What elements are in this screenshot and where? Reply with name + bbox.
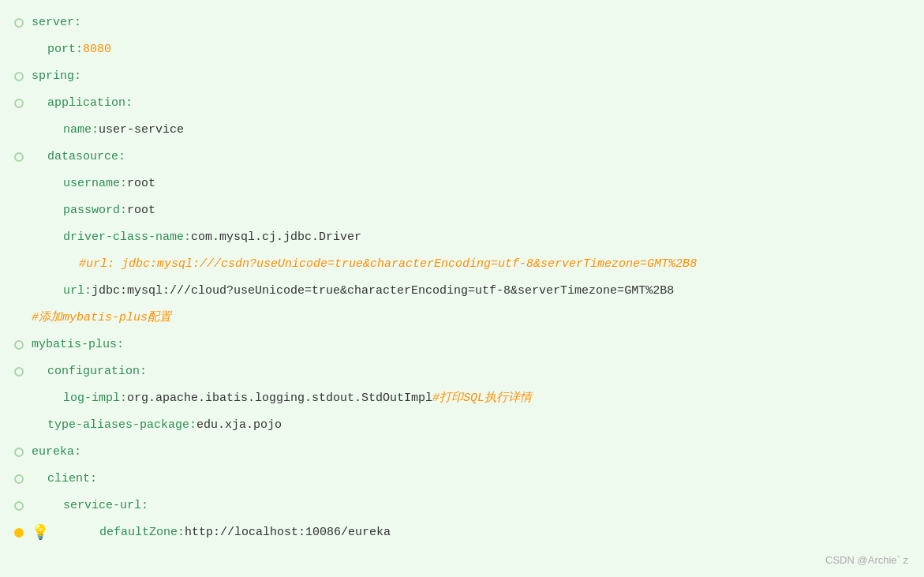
code-token: edu.xja.pojo [196,412,282,439]
bulb-icon: 💡 [32,519,49,546]
code-line: server: [32,9,908,36]
code-token: service-url: [63,493,148,519]
gutter-dot [14,72,24,81]
code-token: application: [47,90,133,117]
code-line: client: [32,466,908,493]
code-line: service-url: [32,493,908,519]
code-line: log-impl: org.apache.ibatis.logging.stdo… [32,385,908,412]
code-line: name: user-service [32,117,908,144]
code-token: eureka: [32,439,81,466]
watermark: CSDN @Archie` z [825,554,908,566]
code-token: org.apache.ibatis.logging.stdout.StdOutI… [127,385,432,412]
code-token: 8080 [83,36,111,63]
code-token: type-aliases-package: [47,412,196,439]
code-token: root [127,170,155,197]
gutter-dot [14,474,24,484]
code-line: spring: [32,63,908,90]
code-line: #url: jdbc:mysql:///csdn?useUnicode=true… [32,251,908,278]
gutter-dot [14,367,24,377]
code-token: driver-class-name: [63,224,191,251]
code-token: jdbc:mysql:///cloud?useUnicode=true&char… [92,278,674,305]
code-token: #打印SQL执行详情 [432,385,532,412]
code-token: root [127,197,155,224]
gutter-dot [14,340,24,350]
code-line: configuration: [32,358,908,385]
code-token: http://localhost:10086/eureka [185,519,391,546]
code-token: password: [63,197,127,224]
code-line: driver-class-name: com.mysql.cj.jdbc.Dri… [32,224,908,251]
code-line: url: jdbc:mysql:///cloud?useUnicode=true… [32,278,908,305]
code-line: type-aliases-package: edu.xja.pojo [32,412,908,439]
code-line: datasource: [32,144,908,170]
code-token: spring: [32,63,81,90]
code-line: #添加mybatis-plus配置 [32,305,908,332]
code-token: name: [63,117,99,144]
code-line: application: [32,90,908,117]
code-line: 💡defaultZone: http://localhost:10086/eur… [32,519,908,546]
code-line: port: 8080 [32,36,908,63]
code-token: mybatis-plus: [32,332,124,358]
code-token: #添加mybatis-plus配置 [32,305,171,332]
gutter-dot [14,18,24,28]
gutter-dot [14,448,24,457]
code-line: eureka: [32,439,908,466]
code-token: port: [47,36,83,63]
gutter-dot [14,528,24,538]
code-token: defaultZone: [99,519,185,546]
code-token: user-service [99,117,184,144]
code-line: mybatis-plus: [32,332,908,358]
code-line: password: root [32,197,908,224]
code-token: datasource: [47,144,125,170]
gutter-dot [14,152,24,162]
code-token: server: [32,9,81,36]
code-token: configuration: [47,358,147,385]
code-block: server:port: 8080spring:application:name… [0,0,924,556]
code-token: #url: jdbc:mysql:///csdn?useUnicode=true… [79,251,697,278]
code-token: log-impl: [63,385,127,412]
code-token: username: [63,170,127,197]
gutter-dot [14,501,24,511]
code-line: username: root [32,170,908,197]
code-token: com.mysql.cj.jdbc.Driver [191,224,361,251]
code-token: url: [63,278,92,305]
gutter-dot [14,99,24,108]
code-token: client: [47,466,97,493]
